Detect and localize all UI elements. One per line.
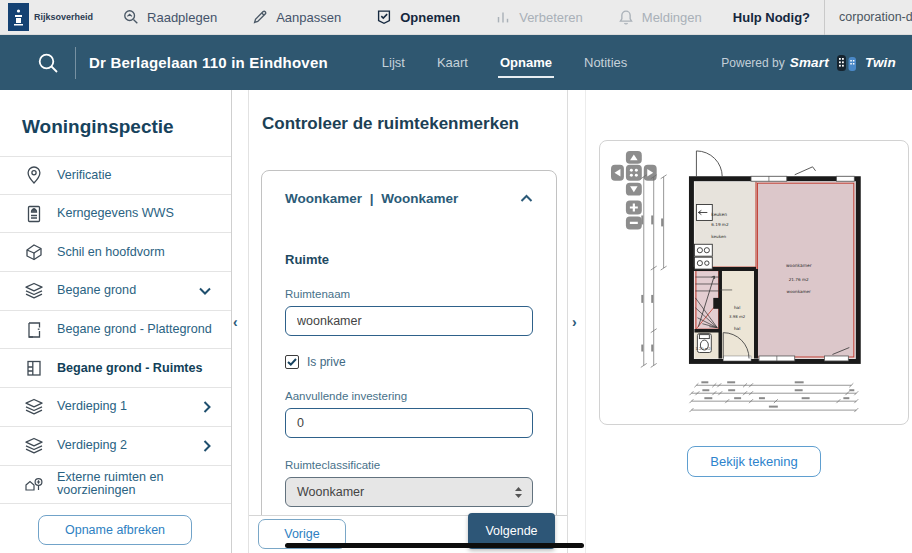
- sidebar-item-ruimtes[interactable]: Begane grond - Ruimtes: [0, 349, 231, 388]
- menu-label: Verbeteren: [519, 10, 583, 25]
- sidebar: Woninginspectie Verificatie: [0, 90, 232, 553]
- form-panel: Controleer de ruimtekenmerken Woonkamer …: [248, 90, 568, 553]
- sidebar-item-externe-ruimten[interactable]: Externe ruimten en voorzieningen: [0, 466, 231, 505]
- collapse-card-icon[interactable]: [520, 194, 533, 203]
- sidebar-item-kerngegevens[interactable]: Kerngegevens WWS: [0, 195, 231, 234]
- chevron-right-icon[interactable]: [203, 440, 211, 452]
- chevron-down-icon[interactable]: [199, 287, 211, 295]
- checkbox-checked-icon[interactable]: [285, 355, 299, 369]
- sidebar-item-label: Kerngegevens WWS: [57, 207, 219, 220]
- sidebar-item-schil[interactable]: Schil en hoofdvorm: [0, 233, 231, 272]
- rooms-icon: [22, 356, 46, 380]
- sidebar-item-label: Begane grond - Ruimtes: [57, 362, 219, 375]
- sidebar-item-label: Verdieping 1: [57, 400, 203, 413]
- top-right-group: Hulp Nodig? corporation-development-wws2…: [719, 0, 912, 34]
- document-icon: [22, 202, 46, 226]
- sidebar-item-begane-grond[interactable]: Begane grond: [0, 272, 231, 311]
- menu-item-verbeteren[interactable]: Verbeteren: [477, 8, 600, 26]
- sidebar-item-label: Verdieping 2: [57, 439, 203, 452]
- svg-text:hal: hal: [734, 326, 740, 331]
- badge-check-icon: [375, 8, 393, 26]
- expand-panel-icon[interactable]: ›: [572, 314, 577, 330]
- menu-item-aanpassen[interactable]: Aanpassen: [234, 8, 358, 26]
- classificatie-select[interactable]: Woonkamer: [285, 477, 533, 507]
- field-label-classificatie: Ruimteclassificatie: [285, 459, 533, 471]
- room-card-title: Woonkamer | Woonkamer: [285, 191, 458, 206]
- help-link[interactable]: Hulp Nodig?: [719, 10, 824, 25]
- menu-item-raadplegen[interactable]: Raadplegen: [105, 8, 234, 26]
- pencil-icon: [251, 8, 269, 26]
- svg-text:woonkamer: woonkamer: [787, 289, 812, 294]
- pin-icon: [22, 163, 46, 187]
- sidebar-item-verificatie[interactable]: Verificatie: [0, 156, 231, 195]
- ruimtenaam-input[interactable]: [285, 306, 533, 336]
- svg-text:6.19 m2: 6.19 m2: [711, 222, 729, 227]
- sidebar-list: Verificatie Kerngegevens WWS: [0, 156, 231, 504]
- brand-smart: Smart: [790, 55, 829, 70]
- divider: [75, 47, 76, 79]
- drawing-panel: keuken 6.19 m2 keuken woonkamer 21.76 m2…: [585, 90, 912, 553]
- plan-dimensions-left: [641, 175, 667, 368]
- plan-dim-marks: [641, 215, 663, 351]
- box-icon: [22, 240, 46, 264]
- room-card-header[interactable]: Woonkamer | Woonkamer: [285, 191, 533, 206]
- chevron-right-icon[interactable]: [203, 401, 211, 413]
- svg-text:keuken: keuken: [711, 212, 727, 217]
- plan-pan-control[interactable]: [611, 151, 657, 229]
- layers-icon: [22, 395, 46, 419]
- field-label-investering: Aanvullende investering: [285, 390, 533, 402]
- top-menu: Raadplegen Aanpassen Opnemen: [105, 8, 719, 26]
- svg-text:3.98 m2: 3.98 m2: [729, 314, 746, 319]
- bell-icon: [617, 8, 635, 26]
- updown-stepper-icon: [514, 486, 523, 499]
- top-bar: Rijksoverheid Raadplegen Aanpassen: [0, 0, 912, 35]
- menu-item-meldingen[interactable]: Meldingen: [600, 8, 719, 26]
- search-house-icon: [122, 8, 140, 26]
- svg-text:woonkamer: woonkamer: [786, 263, 812, 268]
- collapse-sidebar-icon[interactable]: ‹: [233, 314, 238, 330]
- sidebar-item-label: Verificatie: [57, 169, 219, 182]
- account-name[interactable]: corporation-development-wws2023-arend: [825, 10, 912, 24]
- plan-dimensions-bottom: [689, 383, 858, 412]
- logo-label: Rijksoverheid: [34, 12, 93, 22]
- sidebar-title: Woninginspectie: [0, 90, 231, 156]
- menu-label: Raadplegen: [147, 10, 217, 25]
- rijksoverheid-emblem-icon: [8, 3, 29, 31]
- sidebar-item-verdieping-2[interactable]: Verdieping 2: [0, 427, 231, 466]
- section-title: Ruimte: [285, 252, 533, 267]
- towers-logo-icon: [834, 53, 860, 73]
- floorplan-icon: [22, 318, 46, 342]
- abort-inspection-button[interactable]: Opname afbreken: [38, 515, 192, 545]
- nav-tabs: Lijst Kaart Opname Notities: [380, 49, 630, 76]
- sidebar-item-plattegrond[interactable]: Begane grond - Plattegrond: [0, 311, 231, 350]
- svg-text:21.76 m2: 21.76 m2: [789, 277, 809, 282]
- tab-lijst[interactable]: Lijst: [380, 49, 407, 76]
- form-scroll-area[interactable]: Controleer de ruimtekenmerken Woonkamer …: [249, 90, 567, 515]
- floorplan-card[interactable]: keuken 6.19 m2 keuken woonkamer 21.76 m2…: [599, 140, 909, 425]
- view-drawing-button[interactable]: Bekijk tekening: [687, 446, 820, 477]
- svg-text:keuken: keuken: [711, 234, 726, 239]
- tab-notities[interactable]: Notities: [582, 49, 629, 76]
- sidebar-item-label: Externe ruimten en voorzieningen: [57, 471, 219, 497]
- menu-label: Aanpassen: [276, 10, 341, 25]
- brand-twin: Twin: [865, 55, 896, 70]
- sidebar-item-label: Begane grond - Plattegrond: [57, 323, 219, 336]
- select-value: Woonkamer: [297, 485, 364, 499]
- powered-by-brand: Powered by Smart Twin: [721, 53, 896, 73]
- sidebar-item-verdieping-1[interactable]: Verdieping 1: [0, 388, 231, 427]
- address-title: Dr Berlagelaan 110 in Eindhoven: [89, 54, 328, 71]
- floorplan-drawing: keuken 6.19 m2 keuken woonkamer 21.76 m2…: [600, 141, 908, 424]
- investering-input[interactable]: [285, 408, 533, 438]
- app-window: Rijksoverheid Raadplegen Aanpassen: [0, 0, 912, 553]
- bar-chart-icon: [494, 8, 512, 26]
- is-prive-checkbox-row[interactable]: Is prive: [285, 355, 533, 369]
- layers-icon: [22, 279, 46, 303]
- tab-opname[interactable]: Opname: [498, 49, 554, 76]
- search-icon[interactable]: [36, 51, 60, 75]
- layers-icon: [22, 434, 46, 458]
- nav-bar: Dr Berlagelaan 110 in Eindhoven Lijst Ka…: [0, 35, 912, 90]
- menu-item-opnemen[interactable]: Opnemen: [358, 8, 477, 26]
- rijksoverheid-logo[interactable]: Rijksoverheid: [8, 3, 93, 31]
- field-label-ruimtenaam: Ruimtenaam: [285, 288, 533, 300]
- tab-kaart[interactable]: Kaart: [435, 49, 470, 76]
